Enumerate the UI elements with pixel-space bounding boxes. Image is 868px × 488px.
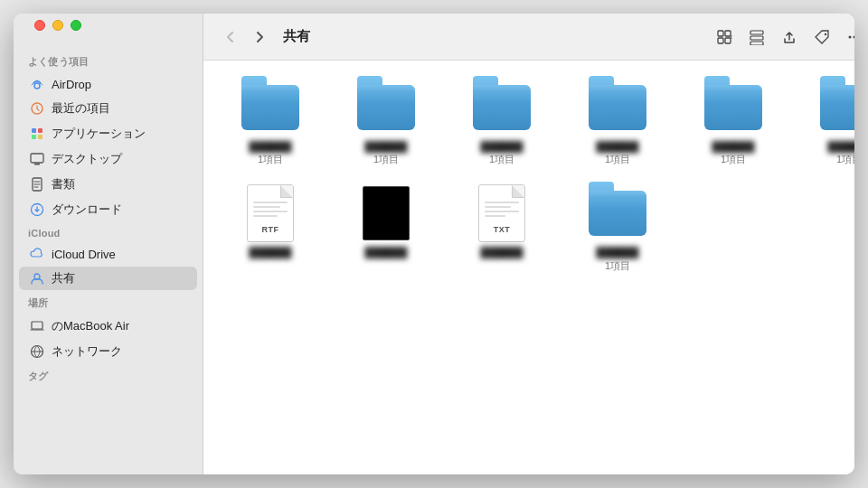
svg-rect-7 [34,164,40,165]
minimize-button[interactable] [52,20,63,31]
file-count-3: 1項目 [489,153,514,166]
airdrop-icon [30,77,44,91]
svg-rect-2 [32,128,36,133]
folder-icon-2 [354,79,419,136]
sidebar-item-desktop-label: デスクトップ [52,151,122,167]
file-item-txt[interactable]: TXT ██████ [457,184,547,272]
svg-point-21 [849,35,852,38]
file-count-7: 1項目 [605,259,630,273]
sidebar-section-favorites: よく使う項目 [14,50,203,72]
file-name-image: ██████ [365,246,408,258]
file-name-txt: ██████ [481,246,524,258]
file-item-image[interactable]: ██████ [341,184,431,272]
sidebar-item-airdrop[interactable]: AirDrop [19,73,197,95]
svg-point-22 [854,35,855,38]
folder-icon-5 [701,79,766,136]
sidebar-item-applications[interactable]: アプリケーション [19,122,197,145]
file-count-5: 1項目 [721,153,746,166]
rtf-icon: RTF [238,184,303,242]
documents-icon [30,177,44,192]
sidebar-item-macbook[interactable]: のMacBook Air [19,314,197,338]
svg-rect-18 [750,36,763,40]
view-list-button[interactable] [742,24,771,50]
macbook-icon [30,319,44,333]
file-name-6: ██████ [828,140,854,153]
svg-point-10 [34,274,40,279]
sidebar-item-recents[interactable]: 最近の項目 [19,97,197,120]
svg-rect-17 [750,31,763,34]
sidebar-item-macbook-label: のMacBook Air [52,318,129,334]
more-button[interactable] [840,24,854,50]
sidebar-item-applications-label: アプリケーション [52,126,146,142]
sidebar-section-icloud: iCloud [14,222,203,242]
shared-icon [30,271,44,286]
sidebar-item-recents-label: 最近の項目 [52,100,110,117]
folder-icon-1 [238,79,303,136]
svg-point-0 [34,83,40,89]
sidebar-item-documents[interactable]: 書類 [19,173,197,196]
view-icon-button[interactable] [710,24,739,50]
recents-icon [30,101,44,116]
file-item-rtf[interactable]: RTF ██████ [225,184,316,272]
file-name-1: ██████ [250,140,292,153]
file-row-1: ██████ 1項目 ██████ 1項目 [225,79,854,166]
share-button[interactable] [775,24,804,50]
folder-icon-3 [469,79,534,136]
forward-button[interactable] [247,24,272,50]
file-item-folder-5[interactable]: ██████ 1項目 [688,79,778,166]
close-button[interactable] [34,20,45,31]
file-name-5: ██████ [712,140,755,153]
sidebar-item-network[interactable]: ネットワーク [19,340,197,363]
file-grid: ██████ 1項目 ██████ 1項目 [203,61,854,474]
file-item-folder-4[interactable]: ██████ 1項目 [572,79,663,166]
file-name-4: ██████ [597,140,639,153]
back-button[interactable] [218,24,243,50]
file-count-4: 1項目 [605,153,630,166]
file-name-rtf: ██████ [250,246,292,258]
file-item-folder-2[interactable]: ██████ 1項目 [341,79,431,166]
sidebar-item-icloud-label: iCloud Drive [52,248,116,261]
sidebar-item-downloads-label: ダウンロード [52,202,122,218]
sidebar-item-desktop[interactable]: デスクトップ [19,147,197,171]
sidebar: よく使う項目 AirDrop 最近の項目 [14,14,203,474]
toolbar-title: 共有 [283,28,703,45]
file-item-folder-1[interactable]: ██████ 1項目 [225,79,316,166]
nav-buttons [218,24,272,50]
svg-rect-6 [31,154,43,163]
folder-icon-4 [585,79,650,136]
file-name-7: ██████ [597,246,639,258]
sidebar-item-airdrop-label: AirDrop [52,78,91,91]
applications-icon [30,127,44,141]
svg-rect-11 [32,322,42,329]
svg-rect-14 [725,31,731,36]
desktop-icon [30,152,44,166]
svg-rect-19 [750,42,763,45]
sidebar-item-network-label: ネットワーク [52,343,122,360]
fullscreen-button[interactable] [71,20,81,31]
sidebar-item-downloads[interactable]: ダウンロード [19,198,197,221]
txt-icon: TXT [469,184,534,242]
tag-button[interactable] [807,24,836,50]
network-icon [30,344,44,359]
svg-rect-16 [725,38,731,43]
folder-icon-7 [585,184,650,242]
image-icon [354,184,419,242]
toolbar-actions [710,24,854,50]
sidebar-item-shared[interactable]: 共有 [19,267,197,290]
svg-rect-3 [38,128,42,133]
file-item-folder-7[interactable]: ██████ 1項目 [572,184,663,272]
svg-rect-15 [718,38,723,43]
toolbar: 共有 [203,14,854,61]
file-row-2: RTF ██████ ██████ [225,184,854,272]
sidebar-item-icloud-drive[interactable]: iCloud Drive [19,243,197,265]
downloads-icon [30,202,44,217]
svg-point-20 [825,33,826,34]
sidebar-section-tags: タグ [14,364,203,387]
folder-icon-6 [816,79,854,136]
file-item-folder-3[interactable]: ██████ 1項目 [457,79,547,166]
sidebar-section-locations: 場所 [14,291,203,314]
file-item-folder-6[interactable]: ██████ 1項目 [804,79,854,166]
svg-rect-4 [32,135,36,139]
file-count-1: 1項目 [258,153,283,166]
file-name-2: ██████ [365,140,408,153]
